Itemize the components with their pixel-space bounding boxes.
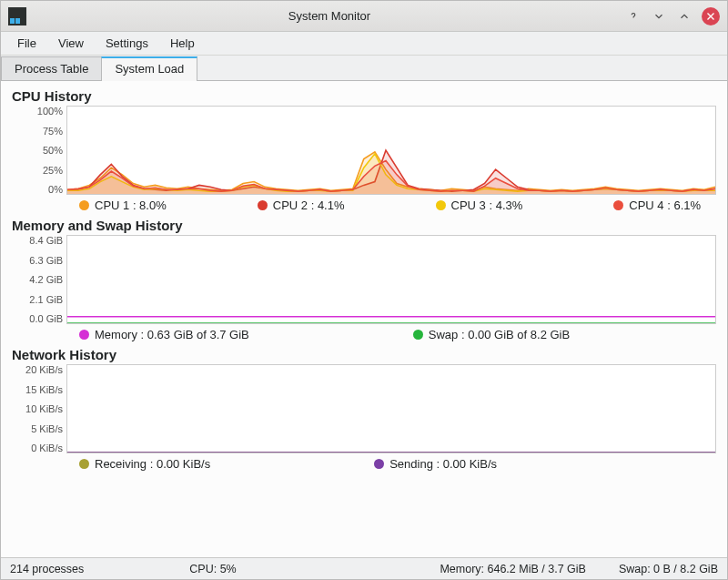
memory-legend: Memory : 0.63 GiB of 3.7 GiBSwap : 0.00 …	[12, 324, 716, 341]
chevron-up-icon	[678, 10, 691, 23]
legend-label: CPU 3 : 4.3%	[451, 198, 523, 212]
legend-item[interactable]: CPU 4 : 6.1%	[613, 198, 701, 212]
window-controls	[625, 7, 720, 25]
axis-tick: 100%	[37, 106, 63, 117]
legend-dot-icon	[374, 459, 384, 469]
network-legend: Receiving : 0.00 KiB/sSending : 0.00 KiB…	[12, 453, 716, 471]
minimize-button[interactable]	[651, 8, 667, 25]
tab-system-load[interactable]: System Load	[101, 56, 197, 80]
help-button[interactable]	[625, 8, 642, 25]
menu-view[interactable]: View	[49, 34, 93, 53]
close-button[interactable]	[702, 7, 720, 25]
axis-tick: 2.1 GiB	[29, 294, 63, 305]
axis-tick: 25%	[43, 165, 63, 176]
network-history-title: Network History	[12, 347, 716, 362]
axis-tick: 0 KiB/s	[31, 443, 63, 453]
network-yaxis: 20 KiB/s15 KiB/s10 KiB/s5 KiB/s0 KiB/s	[12, 364, 66, 453]
cpu-plot[interactable]	[66, 106, 716, 195]
axis-tick: 10 KiB/s	[25, 403, 63, 414]
network-chart: 20 KiB/s15 KiB/s10 KiB/s5 KiB/s0 KiB/s	[12, 364, 716, 453]
legend-label: Memory : 0.63 GiB of 3.7 GiB	[95, 328, 249, 341]
memory-yaxis: 8.4 GiB6.3 GiB4.2 GiB2.1 GiB0.0 GiB	[12, 235, 66, 324]
section-memory-history: Memory and Swap History 8.4 GiB6.3 GiB4.…	[12, 218, 716, 341]
window-title: System Monitor	[34, 9, 625, 23]
axis-tick: 20 KiB/s	[25, 364, 63, 375]
legend-label: Sending : 0.00 KiB/s	[389, 457, 497, 471]
section-cpu-history: CPU History 100%75%50%25%0% CPU 1 : 8.0%…	[12, 88, 716, 212]
legend-label: Receiving : 0.00 KiB/s	[95, 457, 210, 471]
menu-settings[interactable]: Settings	[96, 34, 157, 53]
legend-item[interactable]: CPU 3 : 4.3%	[436, 198, 523, 212]
legend-label: CPU 1 : 8.0%	[95, 198, 167, 212]
legend-dot-icon	[79, 330, 89, 340]
status-processes: 214 processes	[10, 563, 84, 575]
legend-item[interactable]: Memory : 0.63 GiB of 3.7 GiB	[79, 328, 249, 341]
legend-dot-icon	[258, 200, 268, 210]
cpu-legend: CPU 1 : 8.0%CPU 2 : 4.1%CPU 3 : 4.3%CPU …	[12, 195, 716, 212]
menu-file[interactable]: File	[8, 34, 46, 53]
axis-tick: 50%	[43, 145, 63, 156]
titlebar: System Monitor	[1, 1, 727, 32]
menubar: File View Settings Help	[1, 32, 727, 56]
axis-tick: 75%	[43, 126, 63, 137]
menu-help[interactable]: Help	[161, 34, 204, 53]
cpu-history-title: CPU History	[12, 88, 716, 104]
legend-label: CPU 2 : 4.1%	[273, 198, 345, 212]
chevron-down-icon	[652, 10, 665, 23]
axis-tick: 15 KiB/s	[25, 384, 63, 395]
cpu-yaxis: 100%75%50%25%0%	[12, 106, 66, 195]
statusbar: 214 processes CPU: 5% Memory: 646.2 MiB …	[1, 557, 727, 579]
axis-tick: 8.4 GiB	[29, 235, 63, 246]
legend-dot-icon	[613, 200, 623, 210]
legend-item[interactable]: CPU 2 : 4.1%	[258, 198, 345, 212]
status-memory: Memory: 646.2 MiB / 3.7 GiB	[440, 563, 585, 575]
legend-dot-icon	[79, 459, 89, 469]
section-network-history: Network History 20 KiB/s15 KiB/s10 KiB/s…	[12, 347, 716, 471]
legend-item[interactable]: Sending : 0.00 KiB/s	[374, 457, 497, 471]
tab-process-table[interactable]: Process Table	[1, 56, 102, 80]
axis-tick: 0%	[48, 184, 63, 195]
cpu-chart: 100%75%50%25%0%	[12, 106, 716, 195]
tabbar: Process Table System Load	[1, 56, 727, 81]
axis-tick: 5 KiB/s	[31, 423, 63, 434]
status-swap: Swap: 0 B / 8.2 GiB	[619, 563, 718, 575]
legend-dot-icon	[79, 200, 89, 210]
memory-chart: 8.4 GiB6.3 GiB4.2 GiB2.1 GiB0.0 GiB	[12, 235, 716, 324]
maximize-button[interactable]	[676, 8, 693, 25]
legend-dot-icon	[436, 200, 446, 210]
axis-tick: 0.0 GiB	[29, 313, 63, 324]
legend-item[interactable]: CPU 1 : 8.0%	[79, 198, 167, 212]
legend-label: CPU 4 : 6.1%	[629, 198, 701, 212]
legend-item[interactable]: Receiving : 0.00 KiB/s	[79, 457, 210, 471]
legend-label: Swap : 0.00 GiB of 8.2 GiB	[429, 328, 570, 341]
close-icon	[704, 10, 717, 23]
axis-tick: 4.2 GiB	[29, 274, 63, 285]
question-icon	[627, 10, 640, 23]
content-area: CPU History 100%75%50%25%0% CPU 1 : 8.0%…	[1, 81, 727, 557]
axis-tick: 6.3 GiB	[29, 255, 63, 266]
memory-plot[interactable]	[66, 235, 716, 324]
network-plot[interactable]	[66, 364, 716, 453]
legend-dot-icon	[413, 330, 423, 340]
status-cpu: CPU: 5%	[189, 563, 236, 575]
app-icon	[8, 7, 26, 25]
memory-history-title: Memory and Swap History	[12, 218, 716, 233]
legend-item[interactable]: Swap : 0.00 GiB of 8.2 GiB	[413, 328, 570, 341]
